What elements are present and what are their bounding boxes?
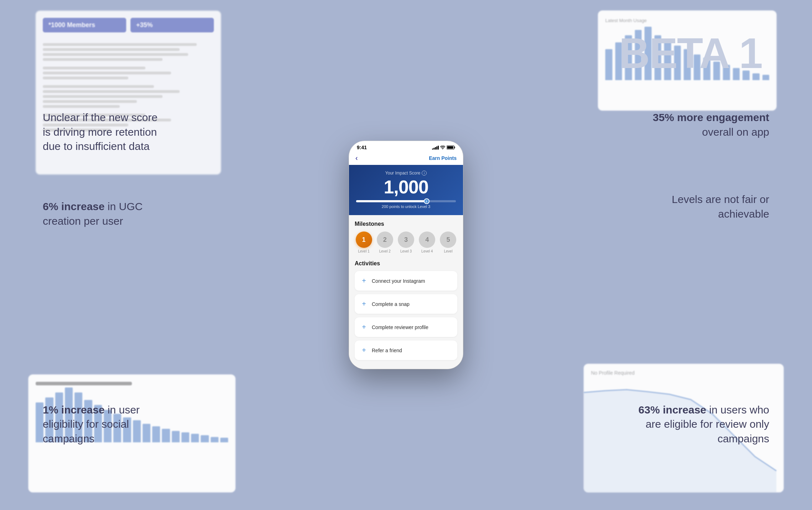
nav-bar: ‹ Earn Points (349, 152, 463, 165)
milestones-title: Milestones (355, 221, 457, 227)
tl-line (43, 67, 145, 69)
milestone-item-3: 3 Level 3 (397, 231, 415, 253)
impact-score-label: Your Impact Score i (356, 171, 456, 176)
progress-bar-bg: 2 (356, 200, 456, 202)
impact-score-value: 1,000 (356, 177, 456, 197)
info-icon[interactable]: i (422, 171, 427, 176)
activity-connect-instagram[interactable]: + Connect your Instagram (355, 271, 457, 291)
annotation-mr-text: Levels are not fair or achievable (634, 192, 769, 221)
milestone-item-4: 4 Level 4 (418, 231, 436, 253)
phone-scroll[interactable]: Milestones 1 Level 1 2 Level 2 3 Level 3 (349, 215, 463, 369)
progress-area: 2 200 points to unlock Level 3 (356, 200, 456, 209)
tl-line (43, 95, 163, 98)
annotation-mid-left: 6% increase in UGC creation per user (43, 199, 157, 228)
milestone-circle-1: 1 (356, 231, 372, 248)
milestone-label-4: Level 4 (421, 249, 433, 253)
tl-line (43, 85, 154, 88)
svg-text:No Profile Required: No Profile Required (591, 370, 634, 376)
bl-bar (172, 431, 180, 442)
back-button[interactable]: ‹ (355, 154, 358, 162)
bl-bar (220, 438, 228, 442)
annotation-bottom-left: 1% increase in user eligibility for soci… (43, 403, 171, 446)
bl-bar (36, 402, 43, 442)
tl-line (43, 105, 120, 108)
activities-title: Activities (355, 260, 457, 267)
tl-line (43, 58, 163, 61)
activity-refer-friend[interactable]: + Refer a friend (355, 340, 457, 360)
plus-icon-snap: + (360, 300, 368, 308)
bl-bar (181, 432, 189, 442)
milestone-label-5: Level (444, 249, 452, 253)
phone-container: 9:41 (349, 141, 463, 369)
plus-icon-instagram: + (360, 277, 368, 285)
activity-label-snap: Complete a snap (372, 301, 410, 307)
status-time: 9:41 (357, 145, 367, 150)
progress-text: 200 points to unlock Level 3 (356, 204, 456, 209)
svg-rect-3 (454, 147, 455, 149)
milestone-label-1: Level 1 (358, 249, 369, 253)
tl-line (43, 48, 180, 51)
impact-banner: Your Impact Score i 1,000 2 200 points t… (349, 165, 463, 215)
battery-icon (447, 145, 455, 150)
progress-dot: 2 (424, 198, 430, 204)
tl-line (43, 72, 171, 74)
bl-bar (211, 437, 219, 442)
annotation-tr-normal: overall on app (702, 126, 769, 138)
tl-badge1: *1000 Members (43, 18, 126, 32)
signal-icon (432, 146, 439, 150)
progress-bar-fill: 2 (356, 200, 428, 202)
status-bar: 9:41 (349, 141, 463, 152)
beta-label: BETA 1 (619, 28, 762, 78)
annotation-br-bold: 63% increase (638, 404, 706, 416)
milestone-item-5: 5 Level (439, 231, 457, 253)
annotation-top-right: 35% more engagement overall on app (641, 110, 769, 139)
tl-line (43, 77, 128, 79)
milestone-item-1: 1 Level 1 (355, 231, 373, 253)
plus-icon-refer: + (360, 346, 368, 354)
bl-bar (191, 434, 199, 442)
chart-bar (762, 75, 770, 80)
annotation-mid-right: Levels are not fair or achievable (634, 192, 769, 221)
annotation-top-left: Unclear if the new score is driving more… (43, 110, 164, 154)
milestone-circle-5: 5 (440, 231, 456, 248)
annotation-bl-text: 1% increase in user eligibility for soci… (43, 403, 171, 446)
svg-rect-4 (447, 146, 453, 149)
annotation-bottom-right: 63% increase in users who are eligible f… (627, 403, 769, 446)
milestones-row: 1 Level 1 2 Level 2 3 Level 3 4 Level 4 (355, 231, 457, 253)
activity-complete-snap[interactable]: + Complete a snap (355, 294, 457, 314)
annotation-bl-bold: 1% increase (43, 404, 104, 416)
plus-icon-reviewer: + (360, 323, 368, 331)
tl-line (43, 90, 180, 93)
milestone-circle-4: 4 (419, 231, 435, 248)
tl-line (43, 53, 188, 56)
activity-label-reviewer: Complete reviewer profile (372, 324, 428, 330)
annotation-ml-bold: 6% increase (43, 201, 104, 212)
annotation-tr-text: 35% more engagement overall on app (641, 110, 769, 139)
milestone-label-2: Level 2 (379, 249, 391, 253)
bl-bar (201, 435, 209, 442)
annotation-tr-bold: 35% more engagement (653, 111, 769, 123)
annotation-tl-text: Unclear if the new score is driving more… (43, 110, 164, 154)
tl-line (43, 100, 137, 103)
chart-bar (605, 49, 612, 80)
tl-line (43, 43, 197, 46)
tr-chart-title: Latest Month Usage (605, 18, 769, 23)
activity-complete-reviewer-profile[interactable]: + Complete reviewer profile (355, 317, 457, 337)
wifi-icon (440, 146, 445, 150)
activity-label-refer: Refer a friend (372, 348, 402, 353)
milestone-item-2: 2 Level 2 (376, 231, 394, 253)
milestone-label-3: Level 3 (400, 249, 412, 253)
phone: 9:41 (349, 141, 463, 369)
phone-content: Milestones 1 Level 1 2 Level 2 3 Level 3 (349, 215, 463, 369)
bl-line (36, 382, 132, 385)
annotation-br-text: 63% increase in users who are eligible f… (627, 403, 769, 446)
milestone-circle-2: 2 (377, 231, 393, 248)
annotation-ml-text: 6% increase in UGC creation per user (43, 199, 157, 228)
activity-label-instagram: Connect your Instagram (372, 278, 425, 284)
earn-points-link[interactable]: Earn Points (429, 155, 457, 161)
tl-badge2: +35% (130, 18, 214, 32)
milestone-circle-3: 3 (398, 231, 414, 248)
status-icons (432, 145, 455, 150)
